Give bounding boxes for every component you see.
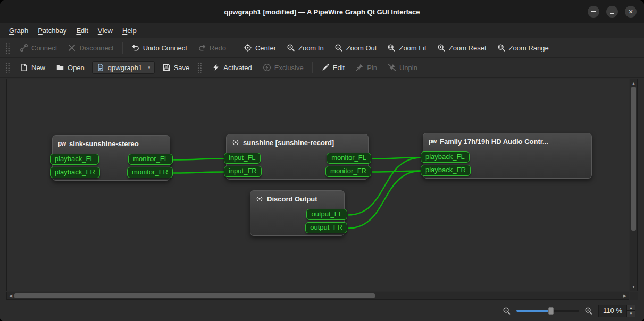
toolbar-button-activated[interactable]: Activated [207, 61, 256, 74]
toolbar-button-edit[interactable]: Edit [316, 61, 349, 74]
titlebar[interactable]: qpwgraph1 [modified] — A PipeWire Graph … [0, 0, 644, 23]
toolbar-button-open[interactable]: Open [51, 61, 89, 74]
undo-icon [131, 44, 140, 52]
node-discord[interactable]: Discord Outputoutput_FLoutput_FR [250, 190, 345, 236]
scroll-down-icon[interactable]: ▼ [630, 283, 637, 290]
toolbar-separator [312, 62, 313, 73]
connection-lines [7, 79, 629, 291]
node-family[interactable]: pwFamily 17h/19h HD Audio Contr...playba… [423, 133, 592, 179]
toolbar-handle[interactable] [5, 42, 10, 54]
graph-view: pwsink-sunshine-stereoplayback_FLplaybac… [6, 79, 638, 300]
menu-edit[interactable]: Edit [71, 23, 93, 38]
toolbar-label: Zoom Fit [399, 44, 426, 52]
zoom-slider-handle[interactable] [548, 307, 554, 315]
toolbar-handle[interactable] [5, 62, 10, 73]
port-playback_FL[interactable]: playback_FL [421, 151, 470, 163]
port-output_FR[interactable]: output_FR [305, 222, 347, 233]
window-title: qpwgraph1 [modified] — A PipeWire Graph … [0, 8, 644, 16]
toolbar-button-zoom-reset[interactable]: Zoom Reset [432, 41, 491, 55]
close-button[interactable]: ✕ [625, 6, 637, 18]
menu-graph[interactable]: Graph [4, 23, 33, 38]
port-monitor_FL[interactable]: monitor_FL [327, 153, 371, 164]
graph-canvas[interactable]: pwsink-sunshine-stereoplayback_FLplaybac… [6, 79, 629, 291]
spin-up-button[interactable]: ▲ [627, 305, 635, 311]
toolbar-label: Undo Connect [143, 44, 187, 52]
toolbar-button-new[interactable]: New [15, 61, 50, 74]
menu-view[interactable]: View [93, 23, 118, 38]
window-controls: ✕ [588, 6, 644, 18]
node-title-text: Family 17h/19h HD Audio Contr... [440, 138, 548, 146]
scroll-left-icon[interactable]: ◀ [7, 292, 14, 299]
toolbar-label: Zoom Reset [449, 44, 487, 52]
connection-wire[interactable] [173, 172, 224, 173]
zoom-spinbox[interactable]: 110 % ▲ ▼ [598, 305, 635, 317]
node-sink[interactable]: pwsink-sunshine-stereoplayback_FLplaybac… [52, 135, 170, 181]
pin-icon [355, 63, 364, 72]
port-monitor_FL[interactable]: monitor_FL [128, 154, 173, 165]
port-monitor_FR[interactable]: monitor_FR [325, 166, 371, 177]
toolbar-handle[interactable] [197, 62, 202, 73]
node-title-text: sink-sunshine-stereo [69, 140, 139, 148]
node-header: pwsink-sunshine-stereo [53, 136, 170, 148]
toolbar-button-save[interactable]: Save [157, 61, 195, 74]
zoom-reset-icon [437, 44, 446, 52]
unpin-icon [388, 63, 396, 72]
pipewire-icon: pw [428, 137, 437, 146]
zoom-slider-fill [516, 310, 551, 312]
port-playback_FL[interactable]: playback_FL [50, 154, 99, 165]
toolbar-separator [235, 42, 235, 54]
statusbar: 110 % ▲ ▼ [0, 300, 644, 321]
toolbar-button-exclusive[interactable]: Exclusive [258, 61, 308, 74]
toolbar-label: Save [174, 64, 190, 72]
toolbar-button-connect[interactable]: Connect [15, 41, 62, 55]
node-header: pwFamily 17h/19h HD Audio Contr... [423, 133, 591, 146]
toolbar-label: Pin [367, 64, 377, 72]
zoom-out-icon[interactable] [503, 307, 511, 315]
spin-down-button[interactable]: ▼ [627, 310, 635, 317]
toolbar-label: Redo [210, 44, 226, 52]
connection-wire[interactable] [173, 159, 224, 160]
close-icon: ✕ [628, 9, 633, 15]
toolbar-button-disconnect[interactable]: Disconnect [63, 41, 118, 55]
port-input_FL[interactable]: input_FL [224, 153, 261, 164]
vertical-scrollbar[interactable]: ▲ ▼ [630, 79, 638, 291]
toolbar-button-zoom-fit[interactable]: Zoom Fit [382, 41, 431, 55]
toolbar-button-pin[interactable]: Pin [350, 61, 382, 74]
zoom-in-icon[interactable] [584, 307, 593, 315]
port-playback_FR[interactable]: playback_FR [421, 165, 471, 176]
toolbar-button-center[interactable]: Center [239, 41, 281, 55]
port-playback_FR[interactable]: playback_FR [50, 167, 100, 178]
menu-help[interactable]: Help [118, 23, 141, 38]
node-title-text: sunshine [sunshine-record] [243, 139, 334, 147]
port-output_FL[interactable]: output_FL [306, 209, 347, 220]
toolbar-label: Zoom Range [509, 44, 549, 52]
zoom-slider[interactable] [516, 306, 579, 316]
node-header: sunshine [sunshine-record] [227, 134, 368, 147]
connect-icon [20, 44, 28, 52]
toolbar-button-zoom-range[interactable]: Zoom Range [492, 41, 554, 55]
patchbay-combo-qpwgraph1[interactable]: qpwgraph1▾ [92, 61, 155, 74]
zoom-value[interactable]: 110 % [599, 305, 626, 317]
port-monitor_FR[interactable]: monitor_FR [127, 167, 173, 178]
toolbar-label: Center [255, 44, 276, 52]
toolbar-button-undo-connect[interactable]: Undo Connect [127, 41, 192, 55]
node-header: Discord Output [250, 191, 344, 203]
patchbay-toolbar: NewOpenqpwgraph1▾SaveActivatedExclusiveE… [0, 58, 644, 78]
maximize-button[interactable] [606, 6, 618, 18]
toolbar-button-zoom-out[interactable]: Zoom Out [330, 41, 382, 55]
horizontal-scrollbar[interactable]: ◀ ▶ [6, 292, 629, 300]
toolbar-button-redo[interactable]: Redo [193, 41, 231, 55]
toolbar-button-unpin[interactable]: Unpin [383, 61, 422, 74]
chevron-down-icon: ▾ [148, 65, 150, 70]
horizontal-scroll-thumb[interactable] [14, 293, 375, 298]
vertical-scroll-thumb[interactable] [631, 87, 636, 231]
menu-patchbay[interactable]: Patchbay [33, 23, 71, 38]
node-sunshine[interactable]: sunshine [sunshine-record]input_FLinput_… [226, 134, 369, 180]
port-input_FR[interactable]: input_FR [224, 166, 262, 177]
toolbar-button-zoom-in[interactable]: Zoom In [282, 41, 329, 55]
toolbar-label: Exclusive [274, 64, 304, 72]
scroll-up-icon[interactable]: ▲ [630, 80, 637, 87]
scroll-right-icon[interactable]: ▶ [621, 292, 628, 299]
record-icon [255, 195, 264, 203]
minimize-button[interactable] [588, 6, 599, 18]
